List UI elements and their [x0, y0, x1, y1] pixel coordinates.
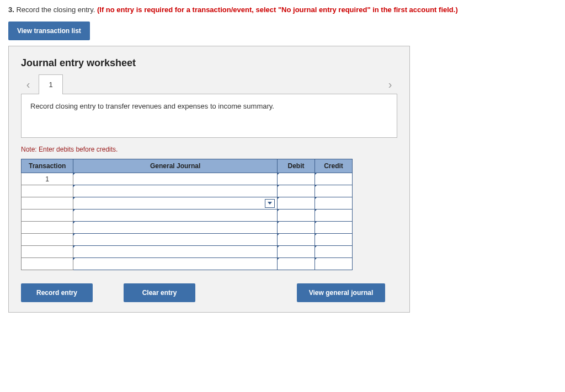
table-header-row: Transaction General Journal Debit Credit — [22, 159, 353, 173]
transaction-cell: 1 — [22, 173, 73, 185]
view-general-journal-button[interactable]: View general journal — [297, 283, 385, 302]
credit-cell[interactable] — [315, 173, 352, 185]
credit-cell[interactable] — [315, 210, 352, 222]
account-cell[interactable] — [73, 234, 278, 246]
tab-1[interactable]: 1 — [39, 74, 63, 94]
transaction-cell — [22, 222, 73, 234]
table-row — [22, 234, 353, 246]
debit-cell[interactable] — [277, 173, 315, 185]
next-icon[interactable]: › — [383, 74, 397, 94]
tab-row: ‹ 1 › — [21, 74, 397, 94]
instruction-text: Record closing entry to transfer revenue… — [30, 102, 274, 110]
question-text: Record the closing entry. — [16, 6, 95, 14]
debit-cell[interactable] — [277, 185, 315, 197]
table-row — [22, 197, 353, 210]
header-transaction: Transaction — [22, 159, 73, 173]
transaction-cell — [22, 210, 73, 222]
table-row — [22, 246, 353, 258]
transaction-cell — [22, 185, 73, 197]
credit-cell[interactable] — [315, 246, 352, 258]
transaction-cell — [22, 246, 73, 258]
account-dropdown-button[interactable] — [265, 199, 275, 208]
header-debit: Debit — [277, 159, 315, 173]
credit-cell[interactable] — [315, 222, 352, 234]
account-cell[interactable] — [73, 185, 278, 197]
debit-cell[interactable] — [277, 197, 315, 210]
note-text: Note: Enter debits before credits. — [21, 146, 397, 153]
instruction-box: Record closing entry to transfer revenue… — [21, 94, 397, 138]
record-entry-button[interactable]: Record entry — [21, 283, 93, 302]
credit-cell[interactable] — [315, 185, 352, 197]
clear-entry-button[interactable]: Clear entry — [124, 283, 195, 302]
chevron-down-icon — [268, 202, 272, 205]
table-row — [22, 258, 353, 270]
view-transaction-list-button[interactable]: View transaction list — [8, 22, 90, 40]
account-cell[interactable] — [73, 222, 278, 234]
question-number: 3. — [8, 6, 14, 14]
journal-worksheet-panel: Journal entry worksheet ‹ 1 › Record clo… — [8, 46, 410, 313]
question-hint: (If no entry is required for a transacti… — [97, 6, 458, 14]
action-button-row: Record entry Clear entry View general jo… — [21, 283, 385, 302]
worksheet-title: Journal entry worksheet — [21, 57, 397, 69]
transaction-cell — [22, 234, 73, 246]
account-cell[interactable] — [73, 210, 278, 222]
debit-cell[interactable] — [277, 246, 315, 258]
account-cell[interactable] — [73, 258, 278, 270]
table-row — [22, 222, 353, 234]
account-cell[interactable] — [73, 246, 278, 258]
table-row — [22, 210, 353, 222]
credit-cell[interactable] — [315, 234, 352, 246]
debit-cell[interactable] — [277, 210, 315, 222]
prev-icon[interactable]: ‹ — [21, 74, 35, 94]
account-cell[interactable] — [73, 173, 278, 185]
transaction-cell — [22, 258, 73, 270]
debit-cell[interactable] — [277, 234, 315, 246]
account-cell[interactable] — [73, 197, 278, 210]
header-credit: Credit — [315, 159, 352, 173]
question-row: 3. Record the closing entry. (If no entr… — [8, 6, 557, 14]
header-general-journal: General Journal — [73, 159, 278, 173]
credit-cell[interactable] — [315, 197, 352, 210]
table-row: 1 — [22, 173, 353, 185]
transaction-cell — [22, 197, 73, 210]
debit-cell[interactable] — [277, 258, 315, 270]
journal-table: Transaction General Journal Debit Credit… — [21, 159, 353, 270]
table-row — [22, 185, 353, 197]
credit-cell[interactable] — [315, 258, 352, 270]
debit-cell[interactable] — [277, 222, 315, 234]
